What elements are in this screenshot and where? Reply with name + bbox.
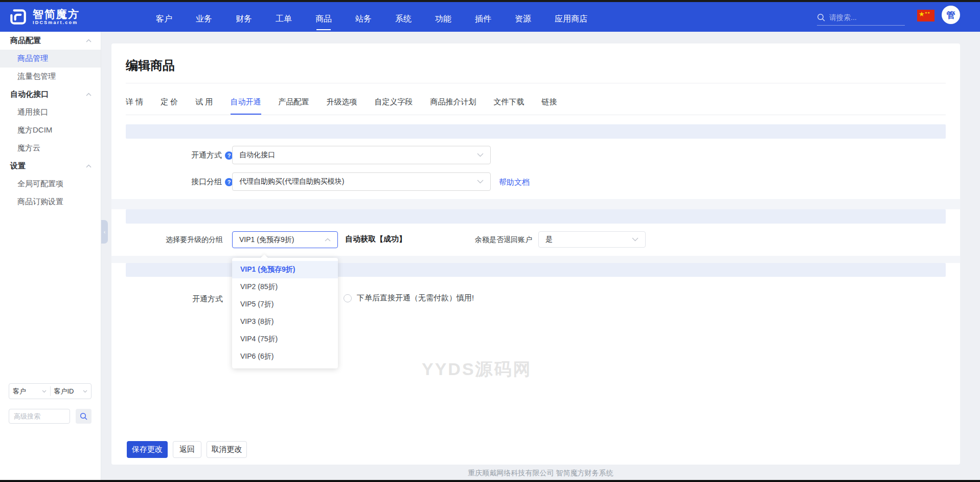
sidebar-group-label: 商品配置 [10,36,41,46]
tab-links[interactable]: 链接 [542,97,557,115]
global-search[interactable] [817,13,905,26]
api-group-select[interactable]: 代理自助购买(代理自助购买模块) [232,172,491,191]
auto-fetch-status: 自动获取【成功】 [345,234,406,244]
language-flag-icon[interactable]: ★★★ [917,10,935,21]
sidebar-group-automation-api[interactable]: 自动化接口 [0,85,101,103]
filter-field-select[interactable]: 客户ID [51,384,92,399]
window-bottom-edge [0,480,980,482]
global-search-input[interactable] [829,13,896,21]
sidebar-collapse-handle[interactable]: ‹ [101,220,108,244]
tab-details[interactable]: 详 情 [126,97,143,115]
tab-auto-provisioning[interactable]: 自动开通 [231,97,261,115]
sidebar-item-traffic-package[interactable]: 流量包管理 [0,68,101,85]
avatar[interactable]: 管 [942,6,960,24]
tab-custom-fields[interactable]: 自定义字段 [375,97,413,115]
sidebar-item-global-config[interactable]: 全局可配置项 [0,175,101,193]
tab-promotion-plan[interactable]: 商品推介计划 [430,97,476,115]
app-logo[interactable]: 智简魔方 IDCSmart.com [8,7,80,27]
nav-item-tickets[interactable]: 工单 [276,4,292,34]
provision-method-value: 自动化接口 [239,150,275,160]
filter-field-value: 客户ID [54,387,74,396]
advanced-search-input[interactable] [9,409,70,423]
tab-product-config[interactable]: 产品配置 [279,97,309,115]
customer-filter: 客户 客户ID [9,383,92,399]
section-header-strip [126,124,946,139]
logo-subtitle: IDCSmart.com [33,20,80,26]
radio-icon[interactable] [344,294,352,302]
dropdown-option-vip4[interactable]: VIP4 (75折) [232,331,338,348]
activation-radio-option[interactable]: 下单后直接开通（无需付款）慎用! [344,293,474,303]
sidebar-item-product-management[interactable]: 商品管理 [0,50,101,68]
dropdown-option-vip3[interactable]: VIP3 (8折) [232,313,338,331]
divider [126,83,946,83]
chevron-up-icon [325,238,331,242]
footer-text: 重庆顺戴网络科技有限公司 智简魔方财务系统 [101,469,980,478]
divider [126,115,946,115]
nav-item-resources[interactable]: 资源 [515,4,531,34]
activation-radio-label: 下单后直接开通（无需付款）慎用! [357,293,474,303]
api-group-label: 接口分组 ? [126,177,233,187]
help-doc-link[interactable]: 帮助文档 [499,178,530,187]
chevron-down-icon [632,237,639,242]
watermark: YYDS源码网 [422,358,532,381]
api-group-value: 代理自助购买(代理自助购买模块) [239,177,344,186]
upgrade-group-value: VIP1 (免预存9折) [239,235,294,245]
provision-method-select[interactable]: 自动化接口 [232,146,491,164]
dropdown-option-vip6[interactable]: VIP6 (6折) [232,348,338,365]
section-header-strip [126,209,946,224]
nav-item-finance[interactable]: 财务 [236,4,252,34]
upgrade-group-select[interactable]: VIP1 (免预存9折) [232,231,338,248]
nav-item-plugins[interactable]: 插件 [475,4,491,34]
provision-method-label: 开通方式 ? [126,150,233,160]
tab-upgrade-options[interactable]: 升级选项 [327,97,357,115]
logo-text: 智简魔方 IDCSmart.com [33,8,80,26]
sidebar-group-label: 自动化接口 [10,90,49,99]
search-icon [80,412,88,421]
dropdown-option-vip5[interactable]: VIP5 (7折) [232,296,338,313]
sidebar-item-general-api[interactable]: 通用接口 [0,103,101,121]
chevron-up-icon [86,164,92,168]
search-icon [817,13,826,22]
tab-file-download[interactable]: 文件下载 [494,97,525,115]
back-button[interactable]: 返回 [173,441,201,458]
chevron-down-icon [477,180,484,184]
upgrade-group-dropdown: VIP1 (免预存9折) VIP2 (85折) VIP5 (7折) VIP3 (… [232,258,338,368]
main-nav: 客户 业务 财务 工单 商品 站务 系统 功能 插件 资源 应用商店 [156,4,587,34]
page-title: 编辑商品 [126,57,175,74]
tab-trial[interactable]: 试 用 [195,97,213,115]
nav-item-appstore[interactable]: 应用商店 [555,4,587,34]
chevron-down-icon [83,390,87,393]
filter-type-select[interactable]: 客户 [9,384,50,399]
upgrade-group-label: 选择要升级的分组 [126,235,223,245]
sidebar-item-order-settings[interactable]: 商品订购设置 [0,193,101,211]
nav-item-site[interactable]: 站务 [355,4,372,34]
save-button[interactable]: 保存更改 [127,441,168,458]
sidebar-group-settings[interactable]: 设置 [0,157,101,175]
nav-item-customers[interactable]: 客户 [156,4,172,34]
sidebar-group-product-config[interactable]: 商品配置 [0,32,101,50]
dropdown-option-vip2[interactable]: VIP2 (85折) [232,278,338,296]
nav-item-features[interactable]: 功能 [435,4,451,34]
filter-type-value: 客户 [13,387,26,396]
chevron-up-icon [86,93,92,96]
advanced-search-button[interactable] [76,409,92,424]
tab-pricing[interactable]: 定 价 [161,97,178,115]
refund-balance-select[interactable]: 是 [538,231,646,248]
nav-item-products[interactable]: 商品 [315,4,332,34]
sidebar-group-label: 设置 [10,161,26,171]
dropdown-option-vip1[interactable]: VIP1 (免预存9折) [232,261,338,278]
nav-item-business[interactable]: 业务 [196,4,212,34]
refund-balance-value: 是 [545,235,553,244]
chevron-up-icon [86,39,92,42]
nav-item-system[interactable]: 系统 [395,4,412,34]
advanced-search [9,409,70,424]
cancel-button[interactable]: 取消更改 [207,441,247,458]
panel-gap [111,199,960,209]
sidebar-item-dcim[interactable]: 魔方DCIM [0,121,101,139]
sidebar-item-cloud[interactable]: 魔方云 [0,139,101,157]
refund-balance-label: 余额是否退回账户 [450,235,532,245]
product-tabs: 详 情 定 价 试 用 自动开通 产品配置 升级选项 自定义字段 商品推介计划 … [126,97,557,115]
chevron-down-icon [42,390,47,393]
activation-method-label: 开通方式 [126,294,223,304]
chevron-down-icon [477,153,484,157]
